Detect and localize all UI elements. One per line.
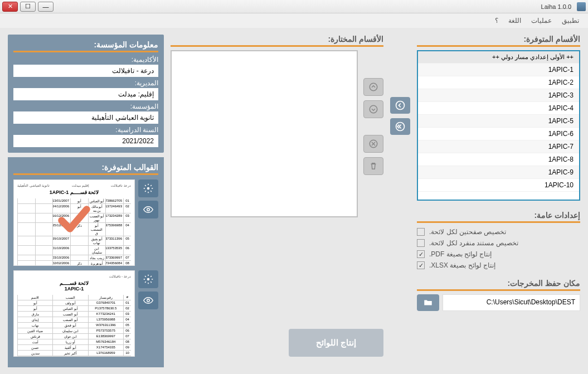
template-preview-2: درعة - تافيلالت لائحة قســــم1APIC-1 #رق…	[13, 270, 135, 357]
list-item[interactable]: 1APIC-4	[418, 102, 579, 115]
year-label: السنة الدراسية:	[13, 126, 158, 134]
academy-label: الأكاديمية:	[13, 56, 158, 64]
school-value: ثانوية العياشي التأهيلية	[13, 111, 158, 124]
output-path-field[interactable]: C:\Users\Sicut\Desktop\DEST	[443, 294, 580, 311]
remove-button[interactable]	[363, 135, 383, 153]
academy-value: درعة - تافيلالت	[13, 65, 158, 77]
check-pdf[interactable]: إنتاج لوائح بصيغة PDF.✓	[417, 249, 580, 260]
check-separate-doc[interactable]: تخصيص مستند منفرد لكل لائحة.	[417, 237, 580, 249]
menu-lang[interactable]: اللغة	[508, 17, 521, 25]
info-title: معلومات المؤسسة:	[13, 40, 158, 52]
list-item[interactable]: 1APIC-10	[418, 179, 579, 192]
direction-value: إقليم: ميدلت	[13, 88, 158, 100]
templates-panel: القوالب المتوفرة: درعة تافيلالتإقليم ميد…	[8, 157, 164, 367]
svg-point-4	[370, 83, 377, 91]
svg-point-2	[147, 278, 150, 281]
template-preview-1: درعة تافيلالتإقليم ميدلتثانوية العياشي ا…	[13, 179, 135, 266]
window-maximize-button[interactable]: ☐	[20, 2, 36, 12]
check-xlsx[interactable]: إنتاج لوائح بصيغة XLSX.✓	[417, 260, 580, 271]
templates-title: القوالب المتوفرة:	[13, 163, 158, 175]
settings-title: إعدادات عامة:	[417, 211, 580, 223]
institution-info-panel: معلومات المؤسسة: الأكاديمية: درعة - تافي…	[8, 35, 164, 153]
school-label: المؤسسة:	[13, 103, 158, 110]
menu-help[interactable]: ؟	[495, 17, 498, 25]
svg-point-3	[147, 299, 150, 302]
menu-app[interactable]: تطبيق	[562, 17, 579, 25]
titlebar: ✕ ☐ — Laiha 1.0.0	[0, 0, 588, 13]
selected-sections-list[interactable]	[171, 50, 358, 217]
output-title: مكان حفظ المخرجات:	[417, 279, 580, 291]
list-item[interactable]: 1APIC-5	[418, 115, 579, 128]
template-card-2[interactable]: درعة - تافيلالت لائحة قســــم1APIC-1 #رق…	[13, 270, 158, 357]
window-minimize-button[interactable]: —	[38, 2, 54, 12]
list-item[interactable]: 1APIC-3	[418, 89, 579, 102]
menu-ops[interactable]: عمليات	[531, 17, 552, 25]
selected-check-icon	[55, 202, 94, 238]
svg-point-0	[147, 187, 150, 190]
move-up-button[interactable]	[363, 78, 383, 96]
window-title: Laiha 1.0.0	[54, 3, 575, 10]
list-item[interactable]: ++ الأولى إعدادي مسار دولي ++	[418, 51, 579, 64]
list-item[interactable]: 1APIC-6	[418, 128, 579, 140]
year-value: 2021/2022	[13, 135, 158, 147]
list-item[interactable]: 1APIC-9	[418, 166, 579, 179]
add-all-button[interactable]	[390, 118, 410, 135]
available-sections-list[interactable]: ++ الأولى إعدادي مسار دولي ++1APIC-11API…	[417, 50, 580, 201]
svg-point-7	[396, 101, 405, 110]
move-down-button[interactable]	[363, 100, 383, 118]
list-item[interactable]: 1APIC-2	[418, 76, 579, 89]
svg-point-1	[147, 208, 150, 211]
generate-button[interactable]: إنتاج اللوائح	[289, 329, 383, 357]
selected-sections-title: الأقسام المختارة:	[171, 35, 383, 47]
check-two-pages[interactable]: تخصيص صفحتين لكل لائحة.	[417, 226, 580, 237]
list-item[interactable]: 1APIC-8	[418, 153, 579, 166]
template-settings-button[interactable]	[138, 179, 158, 197]
app-icon	[577, 2, 586, 11]
clear-button[interactable]	[363, 157, 383, 175]
template-preview-button-2[interactable]	[138, 292, 158, 309]
direction-label: المديرية:	[13, 79, 158, 87]
window-close-button[interactable]: ✕	[2, 2, 18, 12]
svg-point-5	[370, 105, 377, 113]
list-item[interactable]: 1APIC-1	[418, 64, 579, 76]
add-selected-button[interactable]	[390, 97, 410, 114]
template-preview-button[interactable]	[138, 201, 158, 218]
browse-folder-button[interactable]	[417, 294, 439, 311]
available-sections-title: الأقسام المتوفرة:	[417, 35, 580, 47]
template-settings-button-2[interactable]	[138, 270, 158, 288]
menubar: تطبيق عمليات اللغة ؟	[0, 13, 588, 28]
template-card-1[interactable]: درعة تافيلالتإقليم ميدلتثانوية العياشي ا…	[13, 179, 158, 266]
list-item[interactable]: 1APIC-7	[418, 140, 579, 153]
